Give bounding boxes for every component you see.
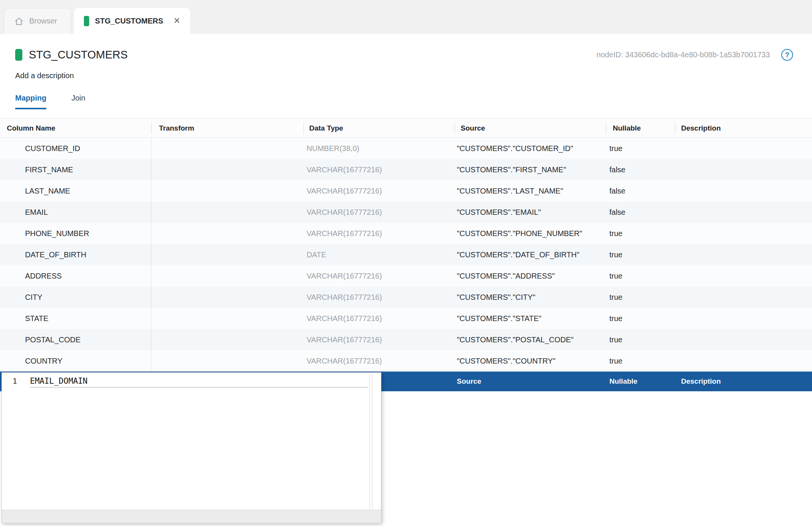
- column-name-cell[interactable]: ADDRESS: [0, 265, 151, 287]
- source-cell: "CUSTOMERS"."POSTAL_CODE": [455, 329, 606, 350]
- tab-bar: Browser STG_CUSTOMERS ✕: [0, 0, 812, 34]
- column-name-cell[interactable]: DATE_OF_BIRTH: [0, 244, 151, 265]
- data-type-cell: VARCHAR(16777216): [304, 180, 455, 202]
- column-name-cell[interactable]: CUSTOMER_ID: [0, 138, 151, 159]
- description-cell[interactable]: [675, 159, 812, 180]
- description-cell[interactable]: [675, 329, 812, 350]
- source-cell: "CUSTOMERS"."EMAIL": [455, 202, 606, 223]
- editor-body[interactable]: 1 EMAIL_DOMAIN: [2, 373, 381, 510]
- nullable-cell[interactable]: true: [606, 308, 675, 329]
- nullable-cell[interactable]: true: [606, 350, 675, 372]
- nullable-cell[interactable]: true: [606, 329, 675, 350]
- table-header: Column Name Transform Data Type Source N…: [0, 119, 812, 138]
- header-data-type[interactable]: Data Type: [304, 119, 455, 137]
- nullable-cell[interactable]: true: [606, 138, 675, 159]
- add-description-field[interactable]: Add a description: [15, 71, 812, 80]
- table-row[interactable]: POSTAL_CODE VARCHAR(16777216) "CUSTOMERS…: [0, 329, 812, 350]
- description-cell[interactable]: [675, 287, 812, 308]
- nullable-cell[interactable]: true: [606, 265, 675, 287]
- description-cell[interactable]: [675, 138, 812, 159]
- node-type-icon: [84, 16, 89, 26]
- table-row[interactable]: DATE_OF_BIRTH DATE "CUSTOMERS"."DATE_OF_…: [0, 244, 812, 265]
- tab-browser[interactable]: Browser: [4, 8, 71, 34]
- nullable-cell[interactable]: true: [606, 223, 675, 244]
- transform-cell[interactable]: [151, 223, 304, 244]
- title-row: STG_CUSTOMERS nodeID: 343606dc-bd8a-4e80…: [15, 48, 812, 61]
- tab-mapping[interactable]: Mapping: [15, 94, 46, 109]
- description-cell[interactable]: [675, 202, 812, 223]
- description-cell[interactable]: [675, 265, 812, 287]
- table-row[interactable]: LAST_NAME VARCHAR(16777216) "CUSTOMERS".…: [0, 180, 812, 202]
- nullable-cell[interactable]: false: [606, 180, 675, 202]
- column-name-cell[interactable]: LAST_NAME: [0, 180, 151, 202]
- column-name-cell[interactable]: STATE: [0, 308, 151, 329]
- nullable-cell[interactable]: false: [606, 202, 675, 223]
- node-id-text: nodeID: 343606dc-bd8a-4e80-b08b-1a53b700…: [596, 50, 770, 59]
- table-row[interactable]: PHONE_NUMBER VARCHAR(16777216) "CUSTOMER…: [0, 223, 812, 244]
- node-header: STG_CUSTOMERS nodeID: 343606dc-bd8a-4e80…: [0, 48, 812, 109]
- nullable-cell[interactable]: false: [606, 159, 675, 180]
- description-cell[interactable]: [675, 350, 812, 372]
- editor-code-line[interactable]: EMAIL_DOMAIN: [30, 375, 368, 387]
- data-type-cell: VARCHAR(16777216): [304, 329, 455, 350]
- transform-cell[interactable]: [151, 350, 304, 372]
- home-icon: [14, 16, 24, 26]
- column-name-cell[interactable]: POSTAL_CODE: [0, 329, 151, 350]
- table-row[interactable]: ADDRESS VARCHAR(16777216) "CUSTOMERS"."A…: [0, 265, 812, 287]
- page-title: STG_CUSTOMERS: [29, 49, 128, 61]
- nullable-cell[interactable]: true: [606, 244, 675, 265]
- header-description[interactable]: Description: [675, 119, 812, 137]
- header-nullable[interactable]: Nullable: [606, 119, 675, 137]
- tab-stg-customers[interactable]: STG_CUSTOMERS ✕: [74, 8, 190, 34]
- transform-cell[interactable]: [151, 202, 304, 223]
- mapping-grid: Column Name Transform Data Type Source N…: [0, 118, 812, 391]
- source-cell: "CUSTOMERS"."PHONE_NUMBER": [455, 223, 606, 244]
- transform-cell[interactable]: [151, 244, 304, 265]
- header-right: nodeID: 343606dc-bd8a-4e80-b08b-1a53b700…: [596, 49, 793, 61]
- transform-cell[interactable]: [151, 265, 304, 287]
- tab-stg-customers-label: STG_CUSTOMERS: [95, 17, 163, 25]
- table-row[interactable]: COUNTRY VARCHAR(16777216) "CUSTOMERS"."C…: [0, 350, 812, 372]
- close-tab-icon[interactable]: ✕: [173, 17, 180, 25]
- header-source[interactable]: Source: [455, 119, 606, 137]
- header-transform[interactable]: Transform: [151, 119, 304, 137]
- table-row[interactable]: STATE VARCHAR(16777216) "CUSTOMERS"."STA…: [0, 308, 812, 329]
- column-name-cell[interactable]: EMAIL: [0, 202, 151, 223]
- description-cell[interactable]: [675, 308, 812, 329]
- column-name-cell[interactable]: PHONE_NUMBER: [0, 223, 151, 244]
- description-cell[interactable]: [675, 244, 812, 265]
- data-type-cell: VARCHAR(16777216): [304, 287, 455, 308]
- table-row[interactable]: FIRST_NAME VARCHAR(16777216) "CUSTOMERS"…: [0, 159, 812, 180]
- transform-cell[interactable]: [151, 308, 304, 329]
- transform-cell[interactable]: [151, 159, 304, 180]
- transform-cell[interactable]: [151, 287, 304, 308]
- column-name-cell[interactable]: FIRST_NAME: [0, 159, 151, 180]
- nullable-cell[interactable]: true: [606, 287, 675, 308]
- data-type-cell: VARCHAR(16777216): [304, 159, 455, 180]
- source-cell: "CUSTOMERS"."STATE": [455, 308, 606, 329]
- column-name-cell[interactable]: COUNTRY: [0, 350, 151, 372]
- table-row[interactable]: CUSTOMER_ID NUMBER(38,0) "CUSTOMERS"."CU…: [0, 138, 812, 159]
- table-row[interactable]: EMAIL VARCHAR(16777216) "CUSTOMERS"."EMA…: [0, 202, 812, 223]
- tab-browser-label: Browser: [29, 17, 57, 25]
- selected-nullable-label: Nullable: [606, 372, 675, 391]
- source-cell: "CUSTOMERS"."FIRST_NAME": [455, 159, 606, 180]
- transform-cell[interactable]: [151, 138, 304, 159]
- editor-scrollbar[interactable]: [369, 373, 373, 510]
- transform-cell[interactable]: [151, 329, 304, 350]
- data-type-cell: VARCHAR(16777216): [304, 350, 455, 372]
- tab-join[interactable]: Join: [71, 94, 85, 109]
- description-cell[interactable]: [675, 223, 812, 244]
- column-name-cell[interactable]: CITY: [0, 287, 151, 308]
- table-row[interactable]: CITY VARCHAR(16777216) "CUSTOMERS"."CITY…: [0, 287, 812, 308]
- data-type-cell: DATE: [304, 244, 455, 265]
- editor-status-bar: [2, 510, 381, 523]
- expression-editor-popup[interactable]: 1 EMAIL_DOMAIN: [2, 372, 381, 523]
- header-column-name[interactable]: Column Name: [0, 119, 151, 137]
- help-icon[interactable]: ?: [781, 49, 793, 61]
- source-cell: "CUSTOMERS"."COUNTRY": [455, 350, 606, 372]
- transform-cell[interactable]: [151, 180, 304, 202]
- source-cell: "CUSTOMERS"."LAST_NAME": [455, 180, 606, 202]
- node-type-icon: [15, 49, 22, 61]
- description-cell[interactable]: [675, 180, 812, 202]
